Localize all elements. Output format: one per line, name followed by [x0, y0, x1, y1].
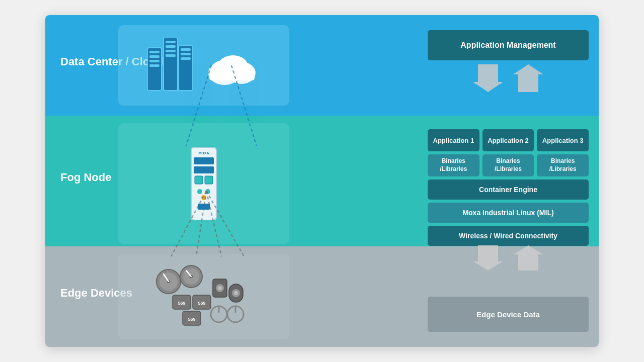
bin2-box: Binaries /Libraries	[482, 154, 534, 176]
svg-rect-1	[149, 51, 159, 53]
cloud-right-panel: Application Management	[428, 30, 589, 92]
fog-center-illustration: MOXA	[118, 123, 289, 244]
edge-right-panel: Edge Device Data	[428, 297, 589, 332]
fog-layer-label: Fog Node	[60, 171, 111, 184]
fog-right-panel: Application 1 Application 2 Application …	[428, 123, 589, 252]
svg-rect-7	[166, 45, 176, 48]
svg-rect-8	[166, 50, 176, 52]
mil-box: Moxa Industrial Linux (MIL)	[428, 203, 589, 223]
svg-rect-24	[195, 176, 203, 184]
svg-text:569: 569	[198, 301, 205, 306]
arrow-down-2-icon	[473, 245, 503, 270]
svg-text:MOXA: MOXA	[199, 151, 209, 155]
svg-rect-6	[166, 41, 176, 43]
container-engine-box: Container Engine	[428, 179, 589, 200]
edge-device-data-box: Edge Device Data	[428, 297, 589, 332]
app2-box: Application 2	[482, 129, 534, 151]
svg-point-28	[201, 195, 206, 200]
svg-rect-13	[181, 57, 191, 60]
svg-marker-62	[473, 245, 503, 270]
fog-edge-arrows	[428, 245, 589, 270]
svg-marker-60	[473, 64, 503, 92]
server-icon	[147, 38, 193, 93]
svg-rect-29	[198, 204, 210, 210]
app-management-box: Application Management	[428, 30, 589, 60]
svg-text:569: 569	[188, 317, 195, 322]
svg-rect-3	[149, 60, 159, 62]
svg-rect-23	[194, 166, 214, 173]
arrow-down-icon	[473, 64, 503, 92]
svg-rect-19	[209, 70, 255, 80]
svg-rect-2	[149, 55, 159, 58]
arrow-up-icon	[513, 64, 543, 92]
arrow-up-2-icon	[513, 245, 543, 270]
svg-rect-4	[149, 64, 159, 67]
svg-rect-11	[181, 48, 191, 51]
svg-rect-25	[205, 176, 213, 184]
svg-marker-61	[513, 64, 543, 92]
edge-devices-icon: 569 569 569	[153, 264, 254, 329]
svg-rect-9	[166, 54, 176, 57]
app3-box: Application 3	[537, 129, 589, 151]
svg-text:569: 569	[178, 301, 185, 306]
architecture-diagram: Data Center / Cloud Fog Node Edge Device…	[45, 15, 599, 347]
svg-rect-12	[181, 53, 191, 55]
bin1-box: Binaries /Libraries	[428, 154, 479, 176]
app1-box: Application 1	[428, 129, 479, 151]
svg-point-49	[234, 291, 238, 295]
svg-point-46	[218, 286, 222, 290]
svg-point-26	[197, 189, 202, 194]
svg-rect-10	[179, 45, 193, 90]
cloud-icon	[205, 45, 261, 85]
edge-center-illustration: 569 569 569	[118, 254, 289, 339]
svg-point-27	[205, 189, 210, 194]
wireless-box: Wireless / Wired Connectivity	[428, 226, 589, 246]
svg-rect-22	[194, 157, 214, 164]
moxa-device-icon: MOXA	[189, 147, 219, 220]
bin3-box: Binaries /Libraries	[537, 154, 589, 176]
svg-rect-0	[147, 48, 162, 90]
svg-marker-63	[513, 245, 543, 270]
cloud-center-illustration	[118, 25, 289, 106]
